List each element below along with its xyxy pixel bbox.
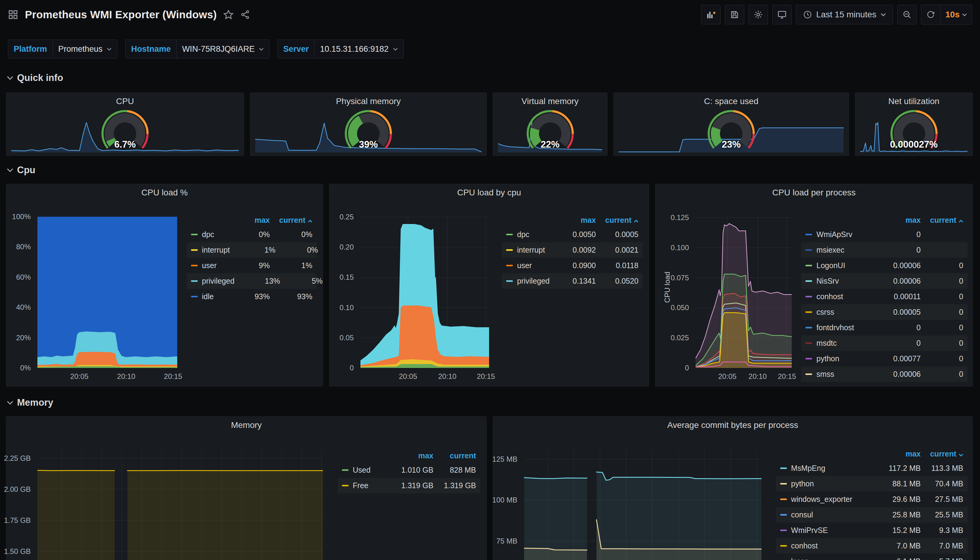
legend-row[interactable]: smss0.000060 bbox=[801, 367, 968, 382]
panel-memory: Memory 2.25 GB2.00 GB1.75 GB1.50 GB1.25 … bbox=[6, 417, 487, 560]
refresh-button[interactable] bbox=[921, 5, 940, 24]
legend-sort-current[interactable]: current bbox=[270, 216, 312, 225]
cpu-load-pct-chart: 0%20%40%60%80%100%20:0520:1020:15 bbox=[11, 215, 177, 382]
dashboard-settings-button[interactable] bbox=[749, 5, 768, 24]
legend-sort-current[interactable]: current bbox=[434, 452, 476, 460]
legend-row[interactable]: conhost0.000110 bbox=[801, 289, 968, 304]
legend-row[interactable]: python88.1 MB70.4 MB bbox=[776, 476, 968, 492]
x-tick: 20:10 bbox=[749, 372, 767, 381]
panel-cpu-load-per-process: CPU load per process CPU load 00.0250.05… bbox=[655, 184, 973, 387]
panel-title[interactable]: Physical memory bbox=[250, 97, 487, 106]
legend-row[interactable]: msdtc00 bbox=[801, 335, 968, 351]
panel-title[interactable]: CPU load by cpu bbox=[329, 188, 649, 198]
y-tick: 20% bbox=[16, 333, 31, 342]
panel-net-utilization-gauge: Net utilization 0.000027% bbox=[855, 93, 973, 156]
panel-title[interactable]: CPU load per process bbox=[656, 188, 972, 198]
legend-sort-current[interactable]: current bbox=[921, 216, 963, 225]
time-range-picker[interactable]: Last 15 minutes bbox=[796, 5, 893, 24]
cpu-load-pct-legend: maxcurrentdpc0%0%interrupt1%0%user9%1%pr… bbox=[187, 213, 317, 304]
legend-row[interactable]: user0.09000.0118 bbox=[502, 258, 643, 273]
panel-title[interactable]: C: space used bbox=[614, 97, 849, 106]
legend-row[interactable]: WmiPrvSE15.2 MB9.3 MB bbox=[776, 523, 968, 538]
series-color-swatch bbox=[806, 249, 812, 251]
legend-sort-max[interactable]: max bbox=[875, 216, 921, 225]
net-utilization-gauge: 0.000027% bbox=[882, 106, 946, 154]
panel-title[interactable]: Virtual memory bbox=[493, 97, 607, 106]
legend-row[interactable]: privileged13%5% bbox=[187, 273, 317, 289]
y-tick: 80% bbox=[16, 243, 31, 251]
panel-title[interactable]: Net utilization bbox=[855, 97, 972, 106]
legend-row[interactable]: fontdrvhost00 bbox=[801, 320, 968, 335]
legend-row[interactable]: WmiApSrv0 bbox=[801, 227, 968, 242]
y-tick: 75 MB bbox=[497, 537, 517, 545]
series-color-swatch bbox=[780, 545, 787, 547]
legend-row[interactable]: NisSrv0.000060 bbox=[801, 273, 968, 289]
legend-sort-max[interactable]: max bbox=[388, 452, 434, 460]
legend-row[interactable]: MsMpEng117.2 MB113.3 MB bbox=[776, 460, 968, 476]
legend-row[interactable]: LogonUI0.000060 bbox=[801, 258, 968, 273]
panel-title[interactable]: Average commit bytes per process bbox=[493, 420, 972, 430]
refresh-interval-dropdown[interactable]: 10s bbox=[940, 5, 972, 24]
legend-row[interactable]: privileged0.13410.0520 bbox=[502, 273, 643, 289]
series-color-swatch bbox=[780, 498, 787, 500]
y-tick: 0.075 bbox=[671, 273, 689, 282]
series-color-swatch bbox=[780, 530, 787, 531]
section-cpu[interactable]: Cpu bbox=[7, 165, 35, 176]
series-color-swatch bbox=[806, 342, 812, 344]
legend-row[interactable]: python0.000770 bbox=[801, 351, 968, 367]
section-quick-info[interactable]: Quick info bbox=[7, 72, 63, 83]
series-color-swatch bbox=[342, 469, 349, 471]
save-dashboard-button[interactable] bbox=[725, 5, 744, 24]
variable-server: Server 10.15.31.166:9182 bbox=[277, 40, 403, 58]
legend-sort-max[interactable]: max bbox=[550, 216, 596, 225]
legend-row[interactable]: interrupt1%0% bbox=[187, 242, 317, 258]
series-color-swatch bbox=[780, 514, 787, 515]
legend-row[interactable]: consul25.8 MB25.5 MB bbox=[776, 507, 968, 523]
x-tick: 20:15 bbox=[778, 372, 796, 381]
legend-row[interactable]: Used1.010 GB828 MB bbox=[337, 462, 480, 478]
legend-row[interactable]: dpc0.00500.0005 bbox=[502, 227, 643, 242]
variable-hostname-value[interactable]: WIN-75R8JQ6IARE bbox=[177, 40, 270, 58]
dashboard-grid-icon[interactable] bbox=[8, 10, 18, 20]
legend-row[interactable]: user9%1% bbox=[187, 258, 317, 273]
zoom-out-button[interactable] bbox=[897, 5, 917, 24]
physical-memory-gauge: 39% bbox=[336, 106, 400, 154]
legend-sort-max[interactable]: max bbox=[224, 216, 270, 225]
legend-row[interactable]: idle93%93% bbox=[187, 289, 317, 304]
variable-platform-value[interactable]: Prometheus bbox=[53, 40, 118, 58]
legend-row[interactable]: csrss0.000050 bbox=[801, 304, 968, 320]
chevron-down-icon bbox=[107, 47, 111, 51]
cpu-load-per-process-chart: CPU load 00.0250.0500.0750.1000.12520:05… bbox=[669, 215, 792, 382]
legend-sort-current[interactable]: current bbox=[921, 450, 963, 458]
legend-row[interactable]: Free1.319 GB1.319 GB bbox=[337, 478, 480, 493]
x-tick: 20:05 bbox=[399, 372, 417, 381]
legend-row[interactable]: dpc0%0% bbox=[187, 227, 317, 242]
series-color-swatch bbox=[806, 373, 812, 375]
variable-hostname: Hostname WIN-75R8JQ6IARE bbox=[125, 40, 269, 58]
variable-platform-label: Platform bbox=[8, 40, 53, 58]
section-memory[interactable]: Memory bbox=[7, 397, 53, 408]
variable-server-value[interactable]: 10.15.31.166:9182 bbox=[314, 40, 403, 58]
legend-row[interactable]: lsass6.1 MB5.7 MB bbox=[776, 553, 968, 560]
panel-commit-bytes: Average commit bytes per process 125 MB1… bbox=[493, 417, 973, 560]
legend-sort-max[interactable]: max bbox=[875, 450, 921, 458]
chevron-down-icon bbox=[7, 168, 13, 172]
panel-title[interactable]: CPU load % bbox=[7, 188, 323, 198]
legend-row[interactable]: interrupt0.00920.0021 bbox=[502, 242, 643, 258]
legend-sort-current[interactable]: current bbox=[596, 216, 638, 225]
cycle-view-button[interactable] bbox=[772, 5, 792, 24]
panel-title[interactable]: Memory bbox=[7, 420, 487, 430]
y-tick: 0.20 bbox=[339, 243, 354, 252]
y-tick: 1.75 GB bbox=[4, 516, 31, 525]
series-color-swatch bbox=[191, 265, 198, 266]
share-icon[interactable] bbox=[240, 10, 250, 20]
panel-title[interactable]: CPU bbox=[7, 97, 244, 106]
panel-cpu-gauge: CPU 6.7% bbox=[6, 93, 244, 156]
star-icon[interactable] bbox=[223, 10, 234, 20]
top-bar: Prometheus WMI Exporter (Windows) bbox=[0, 0, 980, 29]
legend-row[interactable]: conhost7.0 MB7.0 MB bbox=[776, 538, 968, 553]
legend-row[interactable]: windows_exporter29.6 MB27.5 MB bbox=[776, 492, 968, 507]
add-panel-button[interactable] bbox=[701, 5, 721, 24]
legend-row[interactable]: msiexec0 bbox=[801, 242, 968, 258]
clock-icon bbox=[803, 10, 812, 19]
